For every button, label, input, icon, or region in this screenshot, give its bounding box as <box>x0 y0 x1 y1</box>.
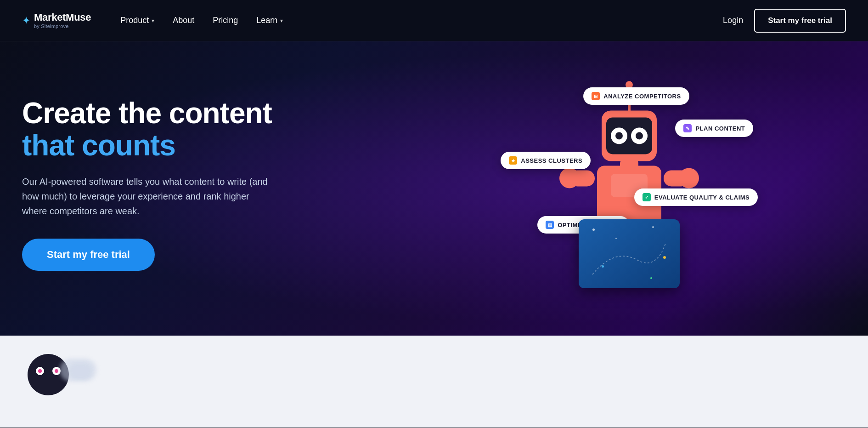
login-button[interactable]: Login <box>723 16 743 25</box>
hero-section: Create the content that counts Our AI-po… <box>0 41 868 336</box>
brand-sub: by Siteimprove <box>34 23 91 29</box>
hero-heading: Create the content that counts <box>22 97 307 162</box>
chevron-down-icon: ▾ <box>280 17 283 24</box>
star-icon: ★ <box>509 156 517 165</box>
grid-icon: ⊞ <box>592 92 600 100</box>
nav-pricing[interactable]: Pricing <box>205 12 245 29</box>
hero-cta-button[interactable]: Start my free trial <box>22 239 155 271</box>
hero-heading-highlight: that counts <box>22 129 175 162</box>
robot-scene: ⊞ ANALYZE COMPETITORS ✎ PLAN CONTENT ★ A… <box>501 60 758 317</box>
check-icon: ✓ <box>643 193 651 201</box>
mascot-container <box>28 354 69 395</box>
pencil-icon: ✎ <box>683 124 692 132</box>
chevron-down-icon: ▾ <box>152 17 154 24</box>
hero-content: Create the content that counts Our AI-po… <box>22 97 307 271</box>
chip-assess-clusters: ★ ASSESS CLUSTERS <box>501 152 591 169</box>
speech-bubble-small <box>69 363 92 379</box>
svg-point-7 <box>636 132 643 139</box>
chip-analyze-competitors: ⊞ ANALYZE COMPETITORS <box>583 87 689 105</box>
svg-point-6 <box>615 132 623 139</box>
navbar: ✦ MarketMuse by Siteimprove Product ▾ Ab… <box>0 0 868 41</box>
hero-subheading: Our AI-powered software tells you what c… <box>22 174 270 218</box>
doc-icon: ▤ <box>546 221 554 229</box>
svg-point-11 <box>559 168 580 188</box>
nav-right: Login Start my free trial <box>723 9 846 33</box>
nav-cta-button[interactable]: Start my free trial <box>754 9 846 33</box>
chip-label: ASSESS CLUSTERS <box>521 157 582 164</box>
hero-heading-static: Create the content <box>22 97 272 130</box>
svg-point-13 <box>679 168 699 188</box>
chip-evaluate-quality: ✓ EVALUATE QUALITY & CLAIMS <box>634 188 758 206</box>
hero-illustration: ⊞ ANALYZE COMPETITORS ✎ PLAN CONTENT ★ A… <box>391 41 868 336</box>
mascot-area <box>28 354 69 395</box>
brand-name: MarketMuse <box>34 12 91 23</box>
svg-rect-14 <box>620 160 638 169</box>
chip-label: PLAN CONTENT <box>695 125 745 132</box>
nav-about[interactable]: About <box>165 12 202 29</box>
logo[interactable]: ✦ MarketMuse by Siteimprove <box>22 12 91 29</box>
bottom-section <box>0 336 868 428</box>
book-card <box>579 219 680 288</box>
nav-links: Product ▾ About Pricing Learn ▾ <box>113 12 723 29</box>
chip-label: EVALUATE QUALITY & CLAIMS <box>654 194 750 201</box>
chip-plan-content: ✎ PLAN CONTENT <box>675 120 753 137</box>
logo-icon: ✦ <box>22 16 30 26</box>
path-svg <box>579 219 680 288</box>
nav-learn[interactable]: Learn ▾ <box>249 12 290 29</box>
nav-product[interactable]: Product ▾ <box>113 12 162 29</box>
mascot-eye-left <box>36 367 44 375</box>
chip-label: ANALYZE COMPETITORS <box>603 93 681 100</box>
